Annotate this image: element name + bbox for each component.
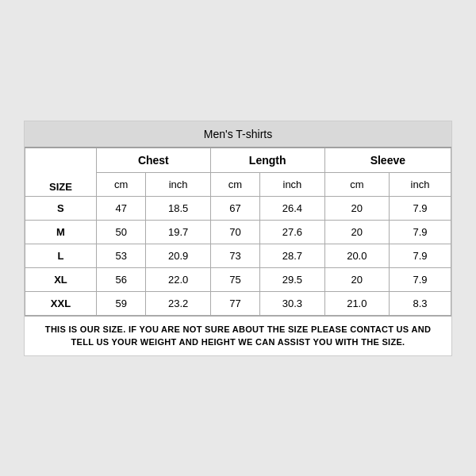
sleeve-in-cell: 7.9 — [390, 244, 451, 267]
table-row: L 53 20.9 73 28.7 20.0 7.9 — [25, 244, 451, 267]
length-cm-header: cm — [210, 172, 259, 196]
chest-cm-cell: 47 — [96, 196, 145, 220]
length-in-cell: 27.6 — [260, 220, 324, 244]
sleeve-cm-header: cm — [324, 172, 389, 196]
sleeve-cm-cell: 20 — [324, 267, 389, 291]
sleeve-cm-cell: 20 — [324, 220, 389, 244]
chest-in-cell: 19.7 — [146, 220, 210, 244]
chest-cm-cell: 50 — [96, 220, 145, 244]
length-in-cell: 30.3 — [260, 291, 324, 315]
sleeve-in-cell: 7.9 — [390, 267, 451, 291]
sleeve-group-header: Sleeve — [324, 148, 451, 172]
table-row: M 50 19.7 70 27.6 20 7.9 — [25, 220, 451, 244]
size-cell: S — [25, 196, 97, 220]
chest-in-cell: 18.5 — [146, 196, 210, 220]
chest-in-cell: 20.9 — [146, 244, 210, 267]
table-row: S 47 18.5 67 26.4 20 7.9 — [25, 196, 451, 220]
size-cell: L — [25, 244, 97, 267]
length-in-cell: 29.5 — [260, 267, 324, 291]
size-cell: XL — [25, 267, 97, 291]
footer-note: THIS IS OUR SIZE. IF YOU ARE NOT SURE AB… — [25, 316, 451, 355]
length-cm-cell: 67 — [210, 196, 259, 220]
sleeve-in-cell: 7.9 — [390, 196, 451, 220]
size-cell: XXL — [25, 291, 97, 315]
table-row: XXL 59 23.2 77 30.3 21.0 8.3 — [25, 291, 451, 315]
chest-in-cell: 22.0 — [146, 267, 210, 291]
sleeve-cm-cell: 20.0 — [324, 244, 389, 267]
size-cell: M — [25, 220, 97, 244]
sleeve-inch-header: inch — [390, 172, 451, 196]
length-group-header: Length — [210, 148, 324, 172]
size-chart-container: Men's T-shirts SIZE Chest Length Sleeve … — [24, 121, 452, 356]
length-cm-cell: 77 — [210, 291, 259, 315]
length-cm-cell: 70 — [210, 220, 259, 244]
chest-cm-cell: 53 — [96, 244, 145, 267]
chest-in-cell: 23.2 — [146, 291, 210, 315]
length-inch-header: inch — [260, 172, 324, 196]
size-table: SIZE Chest Length Sleeve cm inch cm inch… — [25, 148, 451, 316]
chest-cm-cell: 56 — [96, 267, 145, 291]
chest-cm-header: cm — [96, 172, 145, 196]
chest-cm-cell: 59 — [96, 291, 145, 315]
length-cm-cell: 75 — [210, 267, 259, 291]
chart-title: Men's T-shirts — [25, 121, 451, 148]
length-in-cell: 26.4 — [260, 196, 324, 220]
table-row: XL 56 22.0 75 29.5 20 7.9 — [25, 267, 451, 291]
chest-group-header: Chest — [96, 148, 210, 172]
sleeve-cm-cell: 21.0 — [324, 291, 389, 315]
sleeve-in-cell: 8.3 — [390, 291, 451, 315]
size-column-header: SIZE — [25, 148, 97, 196]
sleeve-cm-cell: 20 — [324, 196, 389, 220]
length-cm-cell: 73 — [210, 244, 259, 267]
sleeve-in-cell: 7.9 — [390, 220, 451, 244]
length-in-cell: 28.7 — [260, 244, 324, 267]
chest-inch-header: inch — [146, 172, 210, 196]
